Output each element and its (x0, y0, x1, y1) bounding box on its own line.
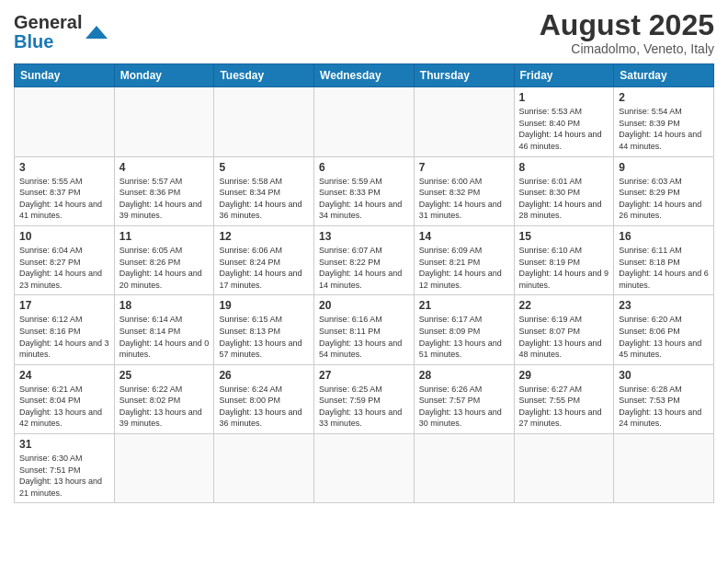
day-info: Sunrise: 6:07 AM Sunset: 8:22 PM Dayligh… (319, 245, 409, 291)
day-number: 8 (519, 161, 609, 174)
calendar-cell: 14Sunrise: 6:09 AM Sunset: 8:21 PM Dayli… (414, 225, 514, 294)
calendar-cell: 25Sunrise: 6:22 AM Sunset: 8:02 PM Dayli… (114, 364, 214, 433)
day-info: Sunrise: 5:59 AM Sunset: 8:33 PM Dayligh… (319, 176, 409, 222)
day-info: Sunrise: 5:54 AM Sunset: 8:39 PM Dayligh… (619, 106, 709, 152)
calendar-cell: 26Sunrise: 6:24 AM Sunset: 8:00 PM Dayli… (214, 364, 314, 433)
day-number: 22 (519, 299, 609, 312)
calendar-cell: 29Sunrise: 6:27 AM Sunset: 7:55 PM Dayli… (514, 364, 614, 433)
day-header-monday: Monday (114, 64, 214, 87)
day-info: Sunrise: 6:27 AM Sunset: 7:55 PM Dayligh… (519, 384, 609, 430)
calendar-cell: 12Sunrise: 6:06 AM Sunset: 8:24 PM Dayli… (214, 225, 314, 294)
calendar-cell (214, 434, 314, 503)
day-number: 21 (419, 299, 509, 312)
calendar-cell (15, 87, 115, 156)
calendar-cell: 19Sunrise: 6:15 AM Sunset: 8:13 PM Dayli… (214, 295, 314, 364)
day-number: 26 (219, 369, 309, 382)
calendar-cell: 18Sunrise: 6:14 AM Sunset: 8:14 PM Dayli… (114, 295, 214, 364)
day-number: 19 (219, 299, 309, 312)
calendar-cell: 30Sunrise: 6:28 AM Sunset: 7:53 PM Dayli… (614, 364, 714, 433)
logo: General Blue (14, 9, 109, 52)
calendar-cell (214, 87, 314, 156)
calendar-cell: 28Sunrise: 6:26 AM Sunset: 7:57 PM Dayli… (414, 364, 514, 433)
month-year-title: August 2025 (540, 9, 714, 41)
day-info: Sunrise: 6:21 AM Sunset: 8:04 PM Dayligh… (19, 384, 109, 430)
week-row-3: 10Sunrise: 6:04 AM Sunset: 8:27 PM Dayli… (15, 225, 714, 294)
day-number: 29 (519, 369, 609, 382)
day-header-wednesday: Wednesday (314, 64, 415, 87)
day-headers-row: SundayMondayTuesdayWednesdayThursdayFrid… (15, 64, 714, 87)
location-subtitle: Cimadolmo, Veneto, Italy (540, 41, 714, 56)
day-number: 25 (119, 369, 210, 382)
day-number: 27 (319, 369, 409, 382)
day-info: Sunrise: 6:04 AM Sunset: 8:27 PM Dayligh… (19, 245, 109, 291)
calendar-cell: 5Sunrise: 5:58 AM Sunset: 8:34 PM Daylig… (214, 156, 314, 225)
day-number: 30 (619, 369, 709, 382)
day-number: 7 (419, 161, 509, 174)
calendar-cell: 11Sunrise: 6:05 AM Sunset: 8:26 PM Dayli… (114, 225, 214, 294)
calendar-cell: 27Sunrise: 6:25 AM Sunset: 7:59 PM Dayli… (314, 364, 415, 433)
day-number: 11 (119, 230, 210, 243)
calendar-cell: 16Sunrise: 6:11 AM Sunset: 8:18 PM Dayli… (614, 225, 714, 294)
day-info: Sunrise: 6:19 AM Sunset: 8:07 PM Dayligh… (519, 314, 609, 360)
day-info: Sunrise: 5:53 AM Sunset: 8:40 PM Dayligh… (519, 106, 609, 152)
day-number: 15 (519, 230, 609, 243)
week-row-5: 24Sunrise: 6:21 AM Sunset: 8:04 PM Dayli… (15, 364, 714, 433)
calendar-cell (514, 434, 614, 503)
day-info: Sunrise: 6:25 AM Sunset: 7:59 PM Dayligh… (319, 384, 409, 430)
week-row-6: 31Sunrise: 6:30 AM Sunset: 7:51 PM Dayli… (15, 434, 714, 503)
day-number: 9 (619, 161, 709, 174)
day-number: 5 (219, 161, 309, 174)
day-number: 6 (319, 161, 409, 174)
day-info: Sunrise: 6:24 AM Sunset: 8:00 PM Dayligh… (219, 384, 309, 430)
calendar-cell (114, 434, 214, 503)
calendar-cell: 13Sunrise: 6:07 AM Sunset: 8:22 PM Dayli… (314, 225, 415, 294)
day-info: Sunrise: 5:55 AM Sunset: 8:37 PM Dayligh… (19, 176, 109, 222)
calendar-cell: 4Sunrise: 5:57 AM Sunset: 8:36 PM Daylig… (114, 156, 214, 225)
svg-marker-0 (85, 26, 108, 39)
day-number: 1 (519, 91, 609, 104)
day-number: 16 (619, 230, 709, 243)
day-info: Sunrise: 6:11 AM Sunset: 8:18 PM Dayligh… (619, 245, 709, 291)
calendar-cell: 6Sunrise: 5:59 AM Sunset: 8:33 PM Daylig… (314, 156, 415, 225)
day-info: Sunrise: 6:14 AM Sunset: 8:14 PM Dayligh… (119, 314, 210, 360)
calendar-table: SundayMondayTuesdayWednesdayThursdayFrid… (14, 63, 714, 503)
calendar-cell: 1Sunrise: 5:53 AM Sunset: 8:40 PM Daylig… (514, 87, 614, 156)
calendar-cell: 15Sunrise: 6:10 AM Sunset: 8:19 PM Dayli… (514, 225, 614, 294)
day-number: 4 (119, 161, 210, 174)
week-row-4: 17Sunrise: 6:12 AM Sunset: 8:16 PM Dayli… (15, 295, 714, 364)
calendar-cell (114, 87, 214, 156)
header: General Blue August 2025 Cimadolmo, Vene… (14, 9, 714, 56)
day-header-tuesday: Tuesday (214, 64, 314, 87)
week-row-2: 3Sunrise: 5:55 AM Sunset: 8:37 PM Daylig… (15, 156, 714, 225)
day-info: Sunrise: 5:58 AM Sunset: 8:34 PM Dayligh… (219, 176, 309, 222)
calendar-cell: 7Sunrise: 6:00 AM Sunset: 8:32 PM Daylig… (414, 156, 514, 225)
day-number: 17 (19, 299, 109, 312)
day-number: 13 (319, 230, 409, 243)
day-info: Sunrise: 6:28 AM Sunset: 7:53 PM Dayligh… (619, 384, 709, 430)
calendar-cell (614, 434, 714, 503)
calendar-cell: 23Sunrise: 6:20 AM Sunset: 8:06 PM Dayli… (614, 295, 714, 364)
day-info: Sunrise: 6:16 AM Sunset: 8:11 PM Dayligh… (319, 314, 409, 360)
day-info: Sunrise: 6:03 AM Sunset: 8:29 PM Dayligh… (619, 176, 709, 222)
logo-general-text: General (14, 12, 82, 32)
calendar-cell: 2Sunrise: 5:54 AM Sunset: 8:39 PM Daylig… (614, 87, 714, 156)
calendar-cell: 21Sunrise: 6:17 AM Sunset: 8:09 PM Dayli… (414, 295, 514, 364)
day-number: 12 (219, 230, 309, 243)
title-area: August 2025 Cimadolmo, Veneto, Italy (540, 9, 714, 56)
day-info: Sunrise: 6:22 AM Sunset: 8:02 PM Dayligh… (119, 384, 210, 430)
calendar-cell (314, 87, 415, 156)
week-row-1: 1Sunrise: 5:53 AM Sunset: 8:40 PM Daylig… (15, 87, 714, 156)
calendar-cell: 22Sunrise: 6:19 AM Sunset: 8:07 PM Dayli… (514, 295, 614, 364)
day-info: Sunrise: 6:06 AM Sunset: 8:24 PM Dayligh… (219, 245, 309, 291)
day-header-thursday: Thursday (414, 64, 514, 87)
day-number: 31 (19, 438, 109, 451)
calendar-cell: 3Sunrise: 5:55 AM Sunset: 8:37 PM Daylig… (15, 156, 115, 225)
day-info: Sunrise: 6:26 AM Sunset: 7:57 PM Dayligh… (419, 384, 509, 430)
day-info: Sunrise: 5:57 AM Sunset: 8:36 PM Dayligh… (119, 176, 210, 222)
day-number: 10 (19, 230, 109, 243)
day-info: Sunrise: 6:30 AM Sunset: 7:51 PM Dayligh… (19, 453, 109, 499)
calendar-cell (414, 434, 514, 503)
day-number: 2 (619, 91, 709, 104)
day-number: 14 (419, 230, 509, 243)
calendar-page: General Blue August 2025 Cimadolmo, Vene… (0, 0, 728, 512)
